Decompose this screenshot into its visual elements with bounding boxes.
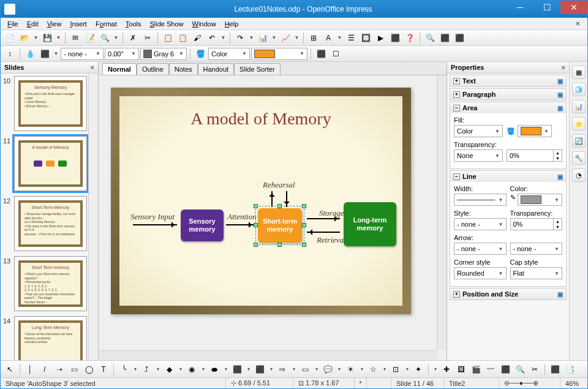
drawing-tool-button[interactable]: ↖ (3, 363, 17, 376)
close-button[interactable]: ✕ (560, 1, 587, 14)
line-style-combo[interactable]: - none -▼ (61, 48, 104, 60)
popout-icon[interactable]: ▣ (557, 173, 563, 180)
section-position-size[interactable]: +Position and Size▣ (450, 289, 566, 300)
box-sensory-memory[interactable]: Sensorymemory (181, 210, 224, 241)
fill-color-combo[interactable]: ▼ (251, 48, 307, 60)
sidebar-tool-button[interactable]: ▦ (572, 66, 586, 79)
dropdown-icon[interactable]: ▼ (220, 31, 227, 45)
drawing-tool-button[interactable]: ☆ (366, 363, 380, 376)
menu-tools[interactable]: Tools (121, 19, 146, 29)
fill-drop-icon[interactable]: 💧 (23, 47, 37, 61)
drawing-tool-button[interactable]: ➝ (53, 363, 66, 376)
line-color-combo[interactable]: Gray 6▼ (140, 48, 187, 60)
drawing-tool-button[interactable]: 🎬 (469, 363, 483, 376)
view-tab[interactable]: Outline (137, 63, 169, 75)
slide-thumbnail[interactable]: 12Short-Term Memory• Temporary storage f… (3, 196, 87, 251)
scrollbar-vertical[interactable] (88, 74, 98, 360)
drawing-tool-button[interactable]: ✂ (528, 363, 541, 376)
sidebar-tool-button[interactable]: ⭐ (572, 117, 586, 130)
dropdown-icon[interactable]: ▼ (248, 31, 255, 45)
toolbar-button[interactable]: 💾 (40, 31, 54, 45)
slide-canvas-area[interactable]: A model of Memory Sensory Input Attentio… (99, 75, 447, 360)
drawing-tool-button[interactable]: ✚ (440, 363, 453, 376)
dropdown-icon[interactable]: ▼ (271, 31, 277, 45)
drawing-tool-button[interactable]: T (97, 363, 110, 376)
dropdown-icon[interactable]: ▾ (358, 363, 365, 376)
arrow-end-combo[interactable]: - none -▼ (510, 243, 563, 255)
toolbar-button[interactable]: ⬛ (453, 31, 466, 45)
toolbar-button[interactable]: ⊞ (307, 31, 320, 45)
section-area[interactable]: −Area▣ (450, 102, 566, 113)
dropdown-icon[interactable]: ▼ (55, 31, 62, 45)
sidebar-tool-button[interactable]: 🔧 (572, 151, 586, 165)
dropdown-icon[interactable]: ▼ (113, 31, 119, 45)
maximize-button[interactable]: ☐ (533, 1, 560, 14)
popout-icon[interactable]: ▣ (557, 78, 563, 85)
dropdown-icon[interactable]: ▾ (290, 363, 297, 376)
toolbar-button[interactable]: 📂 (18, 31, 31, 45)
drawing-tool-button[interactable]: ⬛ (499, 363, 512, 376)
dropdown-icon[interactable]: ▾ (154, 363, 161, 376)
drawing-tool-button[interactable]: ◉ (185, 363, 198, 376)
drawing-tool-button[interactable]: 📑 (563, 363, 576, 376)
arrange-icon[interactable]: ↕ (3, 47, 17, 61)
line-transparency-spinner[interactable]: 0%▲▼ (510, 218, 563, 230)
slide-thumbnail[interactable]: 11A model of Memory (3, 136, 87, 191)
drawing-tool-button[interactable]: ⇨ (276, 363, 289, 376)
drawing-tool-button[interactable]: ☀ (344, 363, 357, 376)
menu-help[interactable]: Help (221, 19, 243, 29)
dropdown-icon[interactable]: ▾ (381, 363, 388, 376)
bucket-icon[interactable]: 🪣 (194, 47, 207, 61)
fill-type-combo[interactable]: Color▼ (454, 125, 503, 137)
dropdown-icon[interactable]: ▼ (293, 31, 300, 45)
menu-file[interactable]: File (3, 19, 23, 29)
transparency-value-spinner[interactable]: 0%▲▼ (507, 149, 562, 162)
menu-insert[interactable]: Insert (66, 19, 91, 29)
line-color-combo[interactable]: ▼ (518, 194, 563, 206)
dropdown-icon[interactable]: ▾ (313, 363, 320, 376)
toolbar-button[interactable]: ▶ (374, 31, 387, 45)
drawing-tool-button[interactable]: │ (23, 363, 37, 376)
section-text[interactable]: +Text▣ (450, 75, 566, 86)
menu-window[interactable]: Window (188, 19, 221, 29)
close-panel-icon[interactable]: × (562, 64, 565, 71)
toolbar-button[interactable]: ⬛ (438, 31, 451, 45)
section-paragraph[interactable]: +Paragraph▣ (450, 89, 566, 100)
drawing-tool-button[interactable]: ⬬ (208, 363, 221, 376)
minimize-button[interactable]: ─ (507, 1, 533, 14)
menu-format[interactable]: Format (91, 19, 121, 29)
drawing-tool-button[interactable]: ⤴ (140, 363, 153, 376)
dropdown-icon[interactable]: ▼ (336, 31, 343, 45)
arrow-start-combo[interactable]: - none -▼ (454, 243, 507, 255)
dropdown-icon[interactable]: ▾ (200, 363, 206, 376)
line-style-combo[interactable]: - none -▼ (454, 218, 507, 230)
drawing-tool-button[interactable]: / (38, 363, 51, 376)
drawing-tool-button[interactable]: ◆ (162, 363, 176, 376)
view-tab[interactable]: Notes (169, 63, 198, 75)
slide-thumbnail[interactable]: 13Short Term memory• What's your Short-t… (3, 256, 87, 311)
view-tab[interactable]: Slide Sorter (234, 63, 280, 75)
popout-icon[interactable]: ▣ (557, 91, 563, 98)
toolbar-button[interactable]: 🔍 (98, 31, 111, 45)
scrollbar-horizontal[interactable] (99, 350, 437, 360)
drawing-tool-button[interactable]: 💬 (321, 363, 334, 376)
toolbar-button[interactable]: 📋 (176, 31, 189, 45)
dropdown-icon[interactable]: ▼ (32, 31, 39, 45)
popout-icon[interactable]: ▣ (557, 105, 563, 111)
menu-view[interactable]: View (43, 19, 66, 29)
menu-slideshow[interactable]: Slide Show (145, 19, 187, 29)
toolbar-button[interactable]: 🔍 (423, 31, 437, 45)
fill-type-combo[interactable]: Color▼ (208, 48, 250, 60)
toolbar-button[interactable]: ✉ (69, 31, 82, 45)
slide-thumbnail[interactable]: 10Sensory Memory• First part in the Mult… (3, 76, 87, 131)
view-tab[interactable]: Handout (198, 63, 235, 75)
drawing-tool-button[interactable]: ⬛ (253, 363, 266, 376)
toolbar-button[interactable]: ↶ (205, 31, 219, 45)
zoom-slider[interactable]: ⊖──●──⊕ (499, 378, 560, 388)
shadow-icon[interactable]: ⬛ (314, 47, 328, 61)
toolbar-button[interactable]: A (322, 31, 335, 45)
toolbar-button[interactable]: 🔲 (359, 31, 372, 45)
toolbar-button[interactable]: ⬛ (388, 31, 402, 45)
slide-thumbnail[interactable]: 14Long-Term Memory• Stores all the infor… (3, 316, 87, 360)
drawing-tool-button[interactable]: ▭ (298, 363, 312, 376)
